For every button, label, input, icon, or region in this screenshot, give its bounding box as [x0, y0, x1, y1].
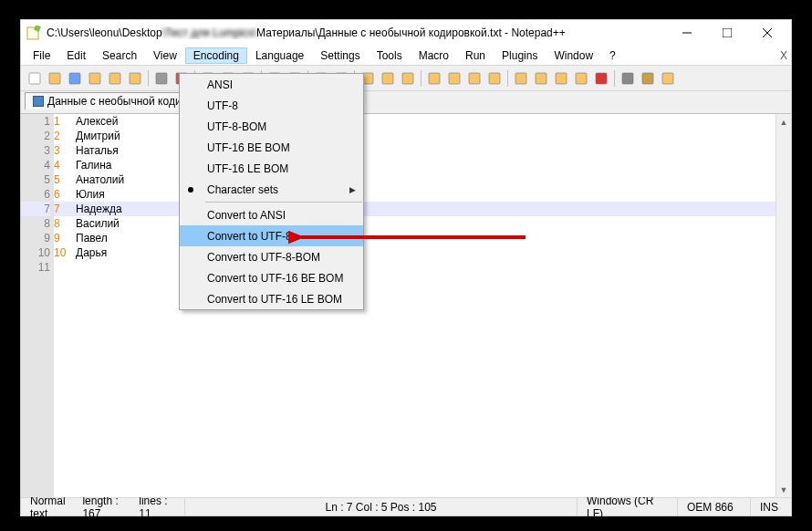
save-all-icon[interactable]	[85, 68, 105, 88]
menu-encoding[interactable]: Encoding	[185, 47, 247, 64]
file-tab-icon	[33, 96, 44, 107]
play-icon[interactable]	[638, 68, 658, 88]
encoding-option-utf-8[interactable]: UTF-8	[180, 95, 363, 116]
record-icon[interactable]	[591, 68, 611, 88]
menu-item-label: Convert to UTF-8-BOM	[207, 251, 320, 264]
encoding-option-ansi[interactable]: ANSI	[180, 74, 363, 95]
text-content[interactable]: 1Алексей2Дмитрий3Наталья4Галина5Анатолий…	[54, 114, 776, 497]
bullet-icon	[188, 187, 193, 193]
menu-item-label: ANSI	[207, 78, 233, 91]
open-icon[interactable]	[45, 68, 65, 88]
close-icon[interactable]	[105, 68, 125, 88]
status-lines: lines : 11	[139, 495, 175, 520]
doc-map-icon[interactable]	[511, 68, 531, 88]
encoding-option-convert-to-utf-16-le-bom[interactable]: Convert to UTF-16 LE BOM	[180, 288, 363, 309]
func-list-icon[interactable]	[531, 68, 551, 88]
submenu-arrow-icon: ▶	[349, 185, 356, 194]
lang-icon[interactable]	[464, 68, 484, 88]
menu-item-label: UTF-8	[207, 99, 238, 112]
vertical-scrollbar[interactable]: ▲ ▼	[776, 114, 791, 497]
encoding-option-convert-to-utf-8-bom[interactable]: Convert to UTF-8-BOM	[180, 246, 363, 267]
stop-icon[interactable]	[618, 68, 638, 88]
text-line[interactable]: 3Наталья	[54, 143, 776, 158]
file-tab-label: Данные с необычной коди...	[47, 95, 191, 108]
svg-rect-31	[576, 73, 587, 84]
close-all-icon[interactable]	[125, 68, 145, 88]
scroll-up-arrow[interactable]: ▲	[776, 114, 791, 130]
text-line[interactable]: 4Галина	[54, 158, 776, 172]
play-multi-icon[interactable]	[658, 68, 678, 88]
menu-file[interactable]: File	[25, 47, 58, 64]
close-button[interactable]	[747, 20, 787, 46]
print-icon[interactable]	[151, 68, 172, 88]
svg-rect-26	[469, 73, 480, 84]
status-ins: INS	[760, 501, 778, 514]
menu-view[interactable]: View	[145, 47, 185, 64]
title-bar: C:\Users\leonu\Desktop\Тест для Lumpics\…	[21, 20, 791, 46]
line-number: 5	[21, 172, 50, 187]
menu-edit[interactable]: Edit	[58, 47, 94, 64]
menu-settings[interactable]: Settings	[312, 47, 368, 64]
menu-window[interactable]: Window	[546, 47, 601, 64]
text-line[interactable]: 1Алексей	[54, 114, 776, 129]
encoding-option-utf-16-be-bom[interactable]: UTF-16 BE BOM	[180, 137, 363, 158]
toolbar	[21, 66, 791, 91]
text-line[interactable]: 5Анатолий	[54, 172, 776, 187]
folder-icon[interactable]	[484, 68, 505, 88]
status-bar: Normal text length : 167 lines : 11 Ln :…	[21, 497, 791, 515]
svg-rect-8	[69, 73, 80, 84]
folder-open-icon[interactable]	[551, 68, 571, 88]
indent-guide-icon[interactable]	[444, 68, 464, 88]
text-line[interactable]: 10Дарья	[54, 245, 776, 260]
show-all-icon[interactable]	[424, 68, 444, 88]
menu-item-label: Convert to UTF-8	[207, 230, 292, 243]
file-tab[interactable]: Данные с необычной коди...	[25, 92, 199, 109]
new-icon[interactable]	[25, 68, 45, 88]
monitor-icon[interactable]	[571, 68, 591, 88]
scroll-down-arrow[interactable]: ▼	[776, 482, 791, 497]
menu-item-label: UTF-16 BE BOM	[207, 141, 290, 154]
menu-plugins[interactable]: Plugins	[494, 47, 546, 64]
text-line[interactable]	[54, 260, 776, 275]
menu-separator	[205, 202, 362, 203]
encoding-option-utf-8-bom[interactable]: UTF-8-BOM	[180, 116, 363, 137]
svg-rect-9	[89, 73, 100, 84]
encoding-option-convert-to-ansi[interactable]: Convert to ANSI	[180, 204, 363, 225]
line-number-gutter: 1234567891011	[21, 114, 54, 497]
maximize-button[interactable]	[707, 20, 747, 46]
text-line[interactable]: 6Юлия	[54, 187, 776, 202]
svg-rect-3	[723, 28, 732, 37]
app-icon	[26, 26, 41, 40]
text-line[interactable]: 2Дмитрий	[54, 129, 776, 143]
sync-icon[interactable]	[378, 68, 398, 88]
encoding-option-utf-16-le-bom[interactable]: UTF-16 LE BOM	[180, 158, 363, 179]
menu-run[interactable]: Run	[457, 47, 494, 64]
svg-rect-25	[449, 73, 460, 84]
encoding-option-character-sets[interactable]: Character sets▶	[180, 179, 363, 200]
text-line[interactable]: 8Василий	[54, 216, 776, 231]
svg-rect-12	[156, 73, 167, 84]
status-encoding: OEM 866	[687, 501, 734, 514]
svg-rect-23	[402, 73, 413, 84]
svg-rect-6	[29, 73, 40, 84]
menu-search[interactable]: Search	[94, 47, 145, 64]
menu-item-label: UTF-8-BOM	[207, 120, 266, 133]
line-number: 4	[21, 158, 50, 172]
encoding-option-convert-to-utf-8[interactable]: Convert to UTF-8	[180, 225, 363, 246]
wordwrap-icon[interactable]	[398, 68, 418, 88]
menu-item-label: Convert to UTF-16 BE BOM	[207, 272, 343, 285]
svg-rect-33	[622, 73, 633, 84]
tab-close-x[interactable]: X	[756, 49, 787, 62]
svg-rect-34	[642, 73, 653, 84]
menu-item-label: UTF-16 LE BOM	[207, 162, 288, 175]
menu-language[interactable]: Language	[247, 47, 312, 64]
app-window: C:\Users\leonu\Desktop\Тест для Lumpics\…	[20, 19, 792, 516]
minimize-button[interactable]	[667, 20, 707, 46]
save-icon[interactable]	[65, 68, 85, 88]
menu-macro[interactable]: Macro	[411, 47, 457, 64]
encoding-option-convert-to-utf-16-be-bom[interactable]: Convert to UTF-16 BE BOM	[180, 267, 363, 288]
text-line[interactable]: 9Павел	[54, 231, 776, 245]
menu-tools[interactable]: Tools	[369, 47, 411, 64]
text-line[interactable]: 7Надежда	[54, 202, 776, 216]
menu-?[interactable]: ?	[601, 47, 624, 64]
